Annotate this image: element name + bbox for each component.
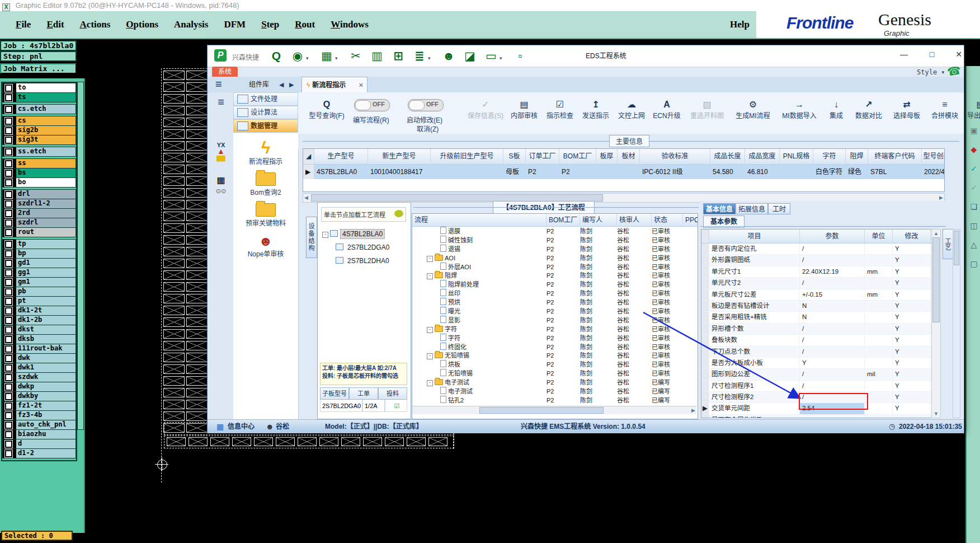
process-row[interactable]: 退膜P2陈剑谷松已审核	[412, 227, 698, 236]
ribbon-button-3[interactable]: ☑指示检查	[543, 99, 577, 120]
tool-item-2[interactable]: Bom查询2	[233, 172, 298, 196]
ribbon-button-14[interactable]: ▤导出流程	[965, 99, 980, 120]
monitor-icon[interactable]: ▭	[483, 48, 500, 64]
expander-icon[interactable]: -	[427, 327, 433, 333]
layer-checkbox[interactable]	[3, 401, 16, 410]
menu-windows[interactable]: Windows	[331, 11, 369, 38]
param-row-单元尺寸1[interactable]: 单元尺寸122.40X12.19mmY	[701, 266, 932, 278]
dock-right-icon[interactable]: ▶	[289, 77, 294, 92]
process-row[interactable]: -阻焊P2陈剑谷松已审核	[412, 271, 698, 280]
process-row[interactable]: 电子测试P2陈剑谷松已编写	[412, 387, 698, 396]
layer-checkbox[interactable]	[3, 93, 16, 102]
layer-row-dk1-2t[interactable]: dk1-2t	[2, 306, 76, 315]
process-row[interactable]: 钻孔2P2陈剑谷松已编写	[412, 396, 698, 405]
write-process-toggle[interactable]: OFF	[354, 99, 390, 111]
layer-checkbox[interactable]	[3, 439, 16, 448]
layer-checkbox[interactable]	[3, 168, 16, 177]
layer-checkbox[interactable]	[3, 268, 16, 277]
tool-item-4[interactable]: ☻Nope单审核	[233, 234, 298, 258]
layer-checkbox[interactable]	[3, 420, 16, 429]
job-matrix-button[interactable]: Job Matrix ...	[0, 63, 77, 74]
menu-edit[interactable]: Edit	[46, 11, 64, 38]
process-table-hscrollbar[interactable]: ▶	[412, 406, 696, 414]
layer-row-dwkby[interactable]: dwkby	[2, 391, 76, 401]
layer-checkbox[interactable]	[3, 430, 16, 439]
layer-checkbox[interactable]	[3, 325, 16, 334]
yx-factory-icon[interactable]: YX▲▇▇	[209, 142, 233, 161]
layer-checkbox[interactable]	[3, 218, 16, 227]
process-row[interactable]: -字符P2陈剑谷松已审核	[412, 325, 698, 334]
tab-process-side[interactable]: 工艺	[943, 229, 954, 259]
minimize-button[interactable]: —	[896, 49, 912, 60]
process-row[interactable]: 预烘P2陈剑谷松已审核	[412, 298, 698, 307]
model-search-button[interactable]: Q 型号查询(F)	[305, 99, 348, 120]
layer-checkbox[interactable]	[3, 316, 16, 325]
ribbon-button-10[interactable]: ↓集成	[824, 99, 849, 120]
layer-checkbox[interactable]	[3, 344, 16, 353]
menu-dfm[interactable]: DFM	[224, 11, 246, 38]
layer-row-dwkp[interactable]: dwkp	[2, 382, 76, 391]
layer-row-dksb[interactable]: dksb	[2, 334, 76, 344]
layer-row-bp[interactable]: bp	[2, 249, 76, 258]
expander-icon[interactable]: -	[322, 232, 328, 238]
param-row-是否有内定位孔[interactable]: 是否有内定位孔/Y	[701, 244, 932, 255]
tab-工时[interactable]: 工时	[768, 203, 790, 214]
tool-item-3[interactable]: 预审关键物料	[233, 203, 298, 227]
layer-checkbox[interactable]	[3, 105, 16, 114]
layer-row-pt[interactable]: pt	[2, 296, 76, 306]
subboard-checkbox[interactable]: ☑	[385, 400, 407, 412]
tree-node-2S7BL2DHA0[interactable]: 2S7BL2DHA0	[321, 254, 406, 268]
more-icon[interactable]: ▫	[512, 48, 529, 64]
layer-checkbox[interactable]	[3, 392, 16, 401]
tool-item-1[interactable]: ϟ新流程指示	[233, 139, 298, 166]
process-row[interactable]: 终固化P2陈剑谷松已审核	[412, 343, 698, 352]
box-icon[interactable]: ❏	[967, 198, 980, 215]
ribbon-button-2[interactable]: ▤内部审核	[507, 99, 541, 120]
accordion-item-1[interactable]: 文件处理	[233, 92, 298, 106]
process-row[interactable]: 无铅喷锡P2陈剑谷松已审核	[412, 369, 698, 378]
subboard-row[interactable]: 2S7BL2DGA0 1/2A ☑	[320, 400, 407, 412]
caret-down-icon[interactable]: ▾	[500, 55, 502, 61]
menu-analysis[interactable]: Analysis	[174, 11, 208, 38]
layer-checkbox[interactable]	[3, 354, 16, 363]
layer-checkbox[interactable]	[3, 259, 16, 268]
expander-icon[interactable]: -	[427, 256, 433, 262]
param-row-叠板块数[interactable]: 叠板块数/Y	[701, 335, 932, 346]
check-icon[interactable]: ✓	[967, 160, 980, 177]
layer-checkbox[interactable]	[3, 126, 16, 135]
process-row[interactable]: -无铅喷锡P2陈剑谷松已审核	[412, 351, 698, 360]
layer-row-fz3-4b[interactable]: fz3-4b	[2, 410, 76, 420]
param-row-单元板尺寸公差[interactable]: 单元板尺寸公差+/-0.15mmY	[701, 289, 932, 301]
tab-main-info[interactable]: 主要信息	[609, 135, 649, 147]
ribbon-button-13[interactable]: ≡合拼模块	[927, 99, 963, 120]
layer-scrollbar[interactable]	[77, 82, 84, 430]
ribbon-button-12[interactable]: ⇄选择母板	[889, 99, 925, 120]
film-icon[interactable]: ▥	[369, 48, 385, 64]
layer-row-dkst[interactable]: dkst	[2, 325, 76, 334]
menu-rout[interactable]: Rout	[295, 11, 315, 38]
accordion-item-3[interactable]: 数据管理	[233, 119, 298, 133]
layer-checkbox[interactable]	[3, 335, 16, 344]
layer-checkbox[interactable]	[3, 147, 16, 156]
expander-icon[interactable]: -	[427, 273, 433, 279]
process-row[interactable]: 丝印P2陈剑谷松已审核	[412, 289, 698, 298]
row-selector[interactable]: ▶	[303, 165, 314, 179]
ribbon-button-8[interactable]: ⚙生成MI流程	[731, 99, 775, 120]
layer-row-dwk1[interactable]: dwk1	[2, 363, 76, 372]
layer-row-szdrl1-2[interactable]: szdrl1-2	[2, 199, 76, 208]
layer-row-cs.etch[interactable]: cs.etch	[2, 104, 76, 114]
layer-row-rout[interactable]: rout	[2, 227, 76, 237]
triangle-icon[interactable]: △	[967, 236, 980, 253]
info-center-label[interactable]: 信息中心	[228, 420, 255, 433]
param-grid[interactable]: 项目参数单位修改是否有内定位孔/Y外形露铜图纸/Y单元尺寸122.40X12.1…	[701, 229, 932, 418]
layer-row-cs[interactable]: cs	[2, 116, 76, 125]
layer-row-szdrl[interactable]: szdrl	[2, 218, 76, 227]
caret-down-icon[interactable]: ▾	[306, 55, 309, 61]
layer-checkbox[interactable]	[3, 278, 16, 287]
layer-row-pb[interactable]: pb	[2, 287, 76, 296]
ribbon-button-4[interactable]: ↥发送指示	[579, 99, 613, 120]
layer-row-drl[interactable]: drl	[2, 189, 76, 199]
tree-node-4S7BL2BLA0[interactable]: -4S7BL2BLA0	[321, 227, 406, 241]
menu-file[interactable]: File	[16, 11, 31, 38]
start-modify-toggle[interactable]: OFF	[408, 99, 444, 111]
